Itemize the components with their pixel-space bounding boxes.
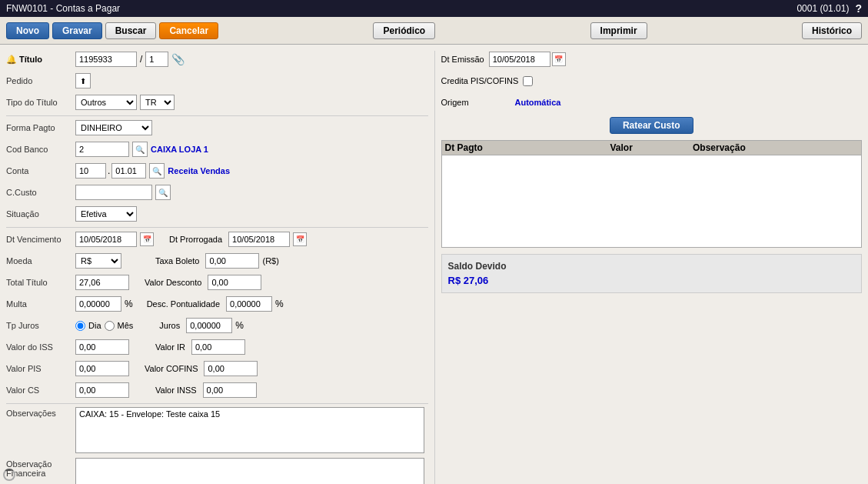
juros-label: Juros xyxy=(159,321,180,330)
historico-button[interactable]: Histórico xyxy=(802,22,862,39)
dt-emissao-input[interactable] xyxy=(489,52,550,67)
dt-vencimento-row: Dt Vencimento 📅 Dt Prorrogada 📅 xyxy=(6,231,428,248)
titulo-row: 🔔 Título / 📎 xyxy=(6,51,428,68)
cod-banco-input[interactable] xyxy=(75,142,129,157)
pedido-row: Pedido ⬆ xyxy=(6,72,428,89)
valor-ir-input[interactable] xyxy=(191,339,245,355)
tp-juros-row: Tp Juros Dia Mês Juros % xyxy=(6,317,428,334)
juros-unit: % xyxy=(235,320,244,331)
total-titulo-label: Total Título xyxy=(6,278,75,287)
credita-pis-row: Credita PIS/COFINS xyxy=(441,72,863,89)
pagto-table-body xyxy=(441,155,863,248)
situacao-label: Situação xyxy=(6,209,75,219)
titulo-slash: / xyxy=(140,54,142,65)
conta-input1[interactable] xyxy=(75,163,106,179)
multa-label: Multa xyxy=(6,299,75,309)
ccusto-label: C.Custo xyxy=(6,188,75,197)
valor-cs-label: Valor CS xyxy=(6,386,75,395)
moeda-label: Moeda xyxy=(6,256,75,265)
tipo-titulo-select[interactable]: Outros xyxy=(75,95,137,110)
tipo-titulo-code-select[interactable]: TR xyxy=(140,95,175,110)
valor-desconto-input[interactable] xyxy=(208,275,261,290)
dt-emissao-calendar-button[interactable]: 📅 xyxy=(552,52,566,66)
conta-input2[interactable] xyxy=(111,163,146,179)
taxa-boleto-input[interactable] xyxy=(205,253,259,269)
cod-banco-row: Cod Banco 🔍 CAIXA LOJA 1 xyxy=(6,141,428,158)
juros-input[interactable] xyxy=(186,318,232,333)
dt-vencimento-calendar-button[interactable]: 📅 xyxy=(140,232,154,246)
saldo-label: Saldo Devido xyxy=(448,261,856,272)
desc-pontualidade-unit: % xyxy=(275,299,284,309)
tp-juros-dia-radio[interactable] xyxy=(75,321,85,331)
tp-juros-mes-radio[interactable] xyxy=(105,321,115,331)
observacoes-row: Observações xyxy=(6,407,428,453)
valor-pis-input[interactable] xyxy=(75,361,129,376)
imprimir-button[interactable]: Imprimir xyxy=(590,22,647,39)
cod-banco-label: Cod Banco xyxy=(6,145,75,154)
multa-row: Multa % Desc. Pontualidade % xyxy=(6,295,428,312)
attach-icon[interactable]: 📎 xyxy=(171,53,185,65)
tipo-titulo-label: Tipo do Título xyxy=(6,98,75,107)
dt-emissao-label: Dt Emissão xyxy=(441,55,484,64)
title-bar: FNW0101 - Contas a Pagar 0001 (01.01) ? xyxy=(0,0,868,17)
pedido-label: Pedido xyxy=(6,76,75,85)
moeda-select[interactable]: R$ xyxy=(75,253,121,269)
multa-unit: % xyxy=(125,299,133,309)
conta-search-button[interactable]: 🔍 xyxy=(149,163,165,179)
col-dt-pagto: Dt Pagto xyxy=(445,142,610,153)
valor-desconto-label: Valor Desconto xyxy=(145,278,201,287)
ccusto-row: C.Custo 🔍 xyxy=(6,184,428,201)
periodico-button[interactable]: Periódico xyxy=(373,22,435,39)
loading-spinner xyxy=(3,469,15,481)
origem-label: Origem xyxy=(441,98,480,107)
app-title: FNW0101 - Contas a Pagar xyxy=(6,3,120,14)
dt-emissao-row: Dt Emissão 📅 xyxy=(441,51,863,68)
dt-prorrogada-input[interactable] xyxy=(228,232,290,247)
titulo-sub-input[interactable] xyxy=(145,52,168,67)
right-panel: Dt Emissão 📅 Credita PIS/COFINS Origem A… xyxy=(434,51,863,484)
ccusto-input[interactable] xyxy=(75,185,152,200)
forma-pagto-select[interactable]: DINHEIRO xyxy=(75,120,152,135)
valor-iss-input[interactable] xyxy=(75,339,129,355)
novo-button[interactable]: Novo xyxy=(6,22,49,39)
saldo-box: Saldo Devido R$ 27,06 xyxy=(441,254,863,293)
forma-pagto-row: Forma Pagto DINHEIRO xyxy=(6,119,428,136)
pagto-table-header: Dt Pagto Valor Observação xyxy=(441,140,863,155)
situacao-select[interactable]: Efetiva xyxy=(75,206,137,222)
obs-financeira-textarea[interactable] xyxy=(75,458,424,484)
buscar-button[interactable]: Buscar xyxy=(105,22,157,39)
tp-juros-dia-label: Dia xyxy=(88,321,101,330)
credita-pis-checkbox[interactable] xyxy=(523,76,533,86)
tp-juros-mes-label: Mês xyxy=(118,321,134,330)
titulo-num-input[interactable] xyxy=(75,52,137,67)
origem-value: Automática xyxy=(515,98,561,107)
valor-cs-input[interactable] xyxy=(75,382,129,398)
cancelar-button[interactable]: Cancelar xyxy=(159,22,218,39)
cod-banco-search-button[interactable]: 🔍 xyxy=(132,142,148,157)
obs-financeira-row: Observação Financeira xyxy=(6,458,428,484)
valor-cofins-input[interactable] xyxy=(204,361,258,376)
tipo-titulo-row: Tipo do Título Outros TR xyxy=(6,94,428,111)
dt-vencimento-input[interactable] xyxy=(75,232,137,247)
ratear-custo-button[interactable]: Ratear Custo xyxy=(610,117,693,134)
valor-inss-input[interactable] xyxy=(203,382,257,398)
col-valor: Valor xyxy=(610,142,693,153)
tp-juros-label: Tp Juros xyxy=(6,321,75,330)
conta-name: Receita Vendas xyxy=(168,166,230,175)
taxa-boleto-label: Taxa Boleto xyxy=(155,256,199,265)
ccusto-search-button[interactable]: 🔍 xyxy=(155,185,171,200)
ratear-row: Ratear Custo xyxy=(441,117,863,134)
desc-pontualidade-input[interactable] xyxy=(226,296,272,312)
pedido-search-button[interactable]: ⬆ xyxy=(75,73,91,88)
main-content: 🔔 Título / 📎 Pedido ⬆ Tipo do Título Out… xyxy=(0,45,868,484)
gravar-button[interactable]: Gravar xyxy=(52,22,102,39)
moeda-row: Moeda R$ Taxa Boleto (R$) xyxy=(6,252,428,269)
dt-prorrogada-label: Dt Prorrogada xyxy=(169,235,222,244)
dt-vencimento-label: Dt Vencimento xyxy=(6,235,75,244)
observacoes-textarea[interactable] xyxy=(75,407,424,453)
total-titulo-input[interactable] xyxy=(75,275,129,290)
multa-input[interactable] xyxy=(75,296,121,312)
help-button[interactable]: ? xyxy=(855,2,862,15)
dt-prorrogada-calendar-button[interactable]: 📅 xyxy=(293,232,307,246)
conta-row: Conta . 🔍 Receita Vendas xyxy=(6,162,428,179)
